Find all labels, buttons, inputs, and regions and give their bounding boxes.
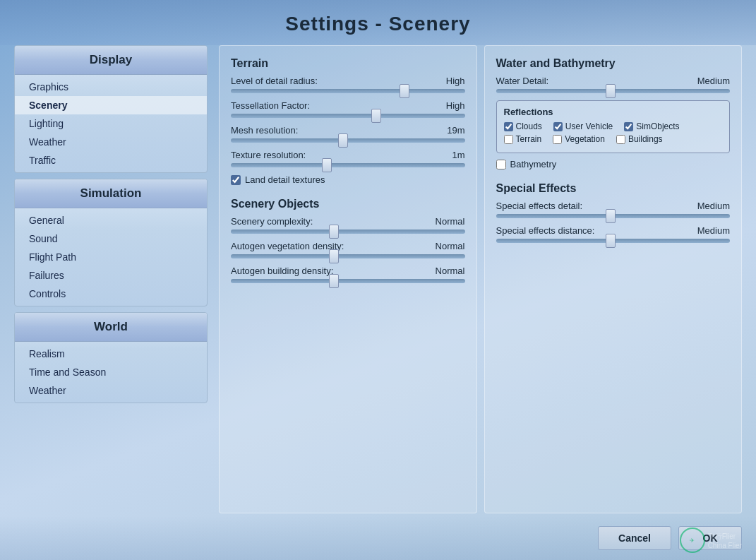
lod-slider-thumb[interactable] bbox=[400, 84, 409, 98]
user-vehicle-checkbox-item: User Vehicle bbox=[553, 121, 613, 131]
vegetation-refl-checkbox[interactable] bbox=[553, 135, 562, 144]
complexity-slider-thumb[interactable] bbox=[329, 225, 339, 239]
tessellation-label: Tessellation Factor: bbox=[231, 100, 310, 111]
lod-slider-track[interactable] bbox=[231, 89, 465, 93]
bottom-bar: Cancel OK ✈ 飞行FlierChina Flier bbox=[0, 516, 756, 560]
texture-slider-thumb[interactable] bbox=[322, 158, 332, 172]
mesh-label: Mesh resolution: bbox=[231, 125, 298, 136]
terrain-refl-checkbox[interactable] bbox=[504, 135, 513, 144]
bld-density-label: Autogen building density: bbox=[231, 266, 333, 276]
veg-density-slider-thumb[interactable] bbox=[329, 249, 339, 263]
effects-heading: Special Effects bbox=[496, 182, 731, 195]
sidebar-item-failures[interactable]: Failures bbox=[15, 266, 207, 285]
sidebar-item-flight-path[interactable]: Flight Path bbox=[15, 248, 207, 266]
sidebar-item-world-weather[interactable]: Weather bbox=[15, 381, 207, 400]
effects-section: Special Effects Special effects detail: … bbox=[496, 182, 731, 250]
sidebar-item-graphics[interactable]: Graphics bbox=[15, 78, 207, 96]
complexity-value: Normal bbox=[436, 216, 465, 227]
sidebar-simulation-items: General Sound Flight Path Failures Contr… bbox=[15, 208, 207, 306]
buildings-refl-checkbox[interactable] bbox=[616, 135, 625, 144]
watermark-text: 飞行FlierChina Flier bbox=[708, 532, 742, 549]
sidebar-item-lighting[interactable]: Lighting bbox=[15, 114, 207, 133]
effects-detail-slider-track[interactable] bbox=[496, 214, 731, 218]
effects-distance-value: Medium bbox=[697, 225, 730, 236]
mesh-slider-thumb[interactable] bbox=[338, 133, 348, 148]
lod-setting: Level of detail radius: High bbox=[231, 76, 465, 93]
sidebar-item-traffic[interactable]: Traffic bbox=[15, 151, 207, 169]
clouds-label: Clouds bbox=[516, 121, 542, 131]
bathymetry-checkbox[interactable] bbox=[496, 160, 506, 169]
water-detail-label: Water Detail: bbox=[496, 76, 549, 86]
sidebar-item-general[interactable]: General bbox=[15, 211, 207, 230]
user-vehicle-label: User Vehicle bbox=[565, 121, 613, 131]
sidebar-section-simulation: Simulation General Sound Flight Path Fai… bbox=[14, 179, 208, 306]
effects-distance-slider-thumb[interactable] bbox=[606, 234, 616, 248]
sidebar-item-realism[interactable]: Realism bbox=[15, 345, 207, 363]
reflections-group: Reflections Clouds User Vehicle SimOb bbox=[496, 100, 731, 153]
complexity-label: Scenery complexity: bbox=[231, 216, 313, 227]
right-panel: Water and Bathymetry Water Detail: Mediu… bbox=[484, 45, 743, 513]
reflections-title: Reflections bbox=[504, 107, 723, 117]
texture-slider-track[interactable] bbox=[231, 163, 465, 167]
bld-density-slider-track[interactable] bbox=[231, 279, 465, 283]
water-section: Water and Bathymetry Water Detail: Mediu… bbox=[496, 57, 731, 169]
sidebar-world-items: Realism Time and Season Weather bbox=[15, 342, 207, 403]
bld-density-value: Normal bbox=[436, 266, 465, 276]
veg-density-setting: Autogen vegetation density: Normal bbox=[231, 241, 465, 258]
tessellation-slider-thumb[interactable] bbox=[371, 109, 381, 123]
terrain-section: Terrain Level of detail radius: High Tes… bbox=[231, 57, 465, 185]
bathymetry-checkbox-container: Bathymetry bbox=[496, 159, 731, 169]
water-detail-value: Medium bbox=[697, 76, 730, 86]
lod-label: Level of detail radius: bbox=[231, 76, 318, 86]
effects-distance-setting: Special effects distance: Medium bbox=[496, 225, 731, 243]
effects-detail-setting: Special effects detail: Medium bbox=[496, 201, 731, 218]
sim-objects-checkbox[interactable] bbox=[624, 122, 633, 131]
user-vehicle-checkbox[interactable] bbox=[553, 122, 563, 131]
terrain-refl-label: Terrain bbox=[516, 134, 542, 144]
sidebar-section-display: Display Graphics Scenery Lighting Weathe… bbox=[14, 45, 208, 173]
sidebar-item-weather[interactable]: Weather bbox=[15, 133, 207, 151]
complexity-slider-track[interactable] bbox=[231, 230, 465, 234]
bathymetry-label: Bathymetry bbox=[510, 159, 557, 169]
scenery-objects-section: Scenery Objects Scenery complexity: Norm… bbox=[231, 198, 465, 290]
effects-distance-slider-track[interactable] bbox=[496, 239, 731, 243]
content-area: Terrain Level of detail radius: High Tes… bbox=[219, 45, 742, 513]
bld-density-slider-thumb[interactable] bbox=[329, 274, 339, 288]
mesh-setting: Mesh resolution: 19m bbox=[231, 125, 465, 143]
effects-detail-slider-thumb[interactable] bbox=[606, 209, 616, 223]
sidebar-world-title: World bbox=[15, 313, 207, 342]
texture-value: 1m bbox=[452, 150, 464, 160]
reflections-row-1: Clouds User Vehicle SimObjects bbox=[504, 121, 723, 131]
sidebar-item-time-and-season[interactable]: Time and Season bbox=[15, 363, 207, 381]
tessellation-setting: Tessellation Factor: High bbox=[231, 100, 465, 118]
bld-density-setting: Autogen building density: Normal bbox=[231, 266, 465, 283]
sidebar-item-sound[interactable]: Sound bbox=[15, 230, 207, 248]
buildings-refl-checkbox-item: Buildings bbox=[616, 134, 663, 144]
cancel-button[interactable]: Cancel bbox=[598, 526, 671, 550]
land-detail-checkbox[interactable] bbox=[231, 175, 241, 185]
veg-density-value: Normal bbox=[436, 241, 465, 251]
clouds-checkbox-item: Clouds bbox=[504, 121, 542, 131]
mesh-slider-track[interactable] bbox=[231, 138, 465, 143]
veg-density-slider-track[interactable] bbox=[231, 254, 465, 258]
vegetation-refl-label: Vegetation bbox=[565, 134, 605, 144]
buildings-refl-label: Buildings bbox=[628, 134, 663, 144]
tessellation-slider-track[interactable] bbox=[231, 114, 465, 118]
water-detail-slider-track[interactable] bbox=[496, 89, 731, 93]
watermark-icon: ✈ bbox=[680, 528, 705, 553]
objects-heading: Scenery Objects bbox=[231, 198, 465, 210]
land-detail-label: Land detail textures bbox=[245, 174, 325, 185]
sidebar: Display Graphics Scenery Lighting Weathe… bbox=[14, 45, 219, 513]
page-title: Settings - Scenery bbox=[0, 13, 756, 35]
vegetation-refl-checkbox-item: Vegetation bbox=[553, 134, 605, 144]
water-detail-setting: Water Detail: Medium bbox=[496, 76, 731, 93]
effects-detail-label: Special effects detail: bbox=[496, 201, 583, 211]
sim-objects-checkbox-item: SimObjects bbox=[624, 121, 679, 131]
clouds-checkbox[interactable] bbox=[504, 122, 513, 131]
watermark: ✈ 飞行FlierChina Flier bbox=[680, 528, 742, 553]
sidebar-item-scenery[interactable]: Scenery bbox=[15, 96, 207, 114]
water-detail-slider-thumb[interactable] bbox=[606, 84, 616, 98]
terrain-heading: Terrain bbox=[231, 57, 465, 70]
sidebar-item-controls[interactable]: Controls bbox=[15, 285, 207, 303]
water-heading: Water and Bathymetry bbox=[496, 57, 731, 70]
